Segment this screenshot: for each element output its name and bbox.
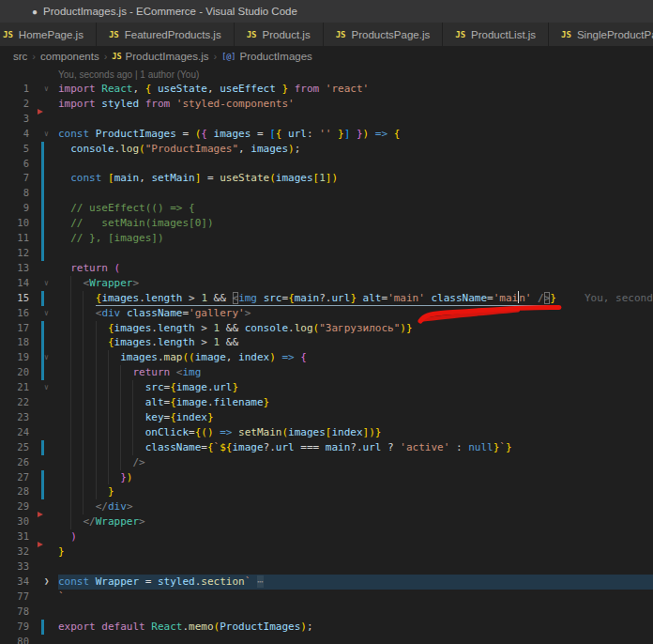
code-content[interactable]: src={image.url} <box>58 380 653 395</box>
code-line-24[interactable]: 24 onClick={() => setMain(images[index])… <box>0 425 653 440</box>
git-deleted-indicator[interactable] <box>38 512 43 517</box>
breadcrumb-item-productimages[interactable]: ›[@]ProductImages <box>208 51 311 62</box>
code-line-10[interactable]: 10 // setMain(images[0]) <box>0 216 653 231</box>
code-content[interactable]: }) <box>58 470 653 485</box>
code-line-3[interactable]: 3 <box>0 112 653 127</box>
fold-collapse-icon[interactable]: ∨ <box>44 127 49 142</box>
code-line-11[interactable]: 11 // }, [images]) <box>0 231 653 246</box>
git-modified-indicator[interactable] <box>41 157 44 172</box>
editor-tab-singleproductpage-js[interactable]: JSSingleProductPage.js <box>549 23 653 46</box>
code-content[interactable]: } <box>58 544 653 560</box>
code-content[interactable] <box>58 560 653 575</box>
code-content[interactable]: return <img <box>58 365 653 380</box>
git-modified-indicator[interactable] <box>41 321 44 336</box>
line-number[interactable]: 6 <box>0 157 38 172</box>
editor-tab-productspage-js[interactable]: JSProductsPage.js <box>324 23 444 46</box>
code-content[interactable]: import React, { useState, useEffect } fr… <box>58 82 653 97</box>
breadcrumb-item-src[interactable]: src <box>13 51 27 62</box>
line-number[interactable]: 27 <box>0 470 38 485</box>
editor-tab-featuredproducts-js[interactable]: JSFeaturedProducts.js <box>97 23 235 46</box>
line-number[interactable]: 22 <box>0 395 38 410</box>
code-content[interactable] <box>58 112 653 127</box>
git-modified-indicator[interactable] <box>41 186 44 201</box>
code-content[interactable]: key={index} <box>58 410 653 425</box>
code-line-31[interactable]: 31 ) <box>0 529 653 544</box>
editor-tab-productlist-js[interactable]: JSProductList.js <box>443 23 549 46</box>
git-modified-indicator[interactable] <box>41 246 44 261</box>
code-line-25[interactable]: 25 className={`${image?.url === main?.ur… <box>0 440 653 455</box>
line-number[interactable]: 80 <box>0 635 38 644</box>
fold-collapse-icon[interactable]: ∨ <box>44 350 49 365</box>
code-line-2[interactable]: 2import styled from 'styled-components' <box>0 97 653 112</box>
code-editor[interactable]: 1∨import React, { useState, useEffect } … <box>0 82 653 644</box>
code-content[interactable]: const Wrapper = styled.section` ⋯ <box>58 575 653 590</box>
code-content[interactable]: ` <box>58 590 653 605</box>
line-number[interactable]: 79 <box>0 620 38 635</box>
line-number[interactable]: 12 <box>0 246 38 261</box>
code-line-20[interactable]: 20 return <img <box>0 365 653 380</box>
code-line-12[interactable]: 12 <box>0 246 653 261</box>
line-number[interactable]: 21 <box>0 380 38 395</box>
line-number[interactable]: 77 <box>0 590 38 605</box>
code-line-15[interactable]: 15 {images.length > 1 && <img src={main?… <box>0 291 653 306</box>
line-number[interactable]: 10 <box>0 216 38 231</box>
line-number[interactable]: 2 <box>0 97 38 112</box>
breadcrumb-item-productimages-js[interactable]: ›JSProductImages.js <box>99 51 209 62</box>
code-content[interactable]: images.map((image, index) => { <box>58 350 653 365</box>
code-line-22[interactable]: 22 alt={image.filename} <box>0 395 653 410</box>
code-line-7[interactable]: 7 const [main, setMain] = useState(image… <box>0 171 653 186</box>
code-content[interactable]: </div> <box>58 499 653 514</box>
git-modified-indicator[interactable] <box>41 291 44 306</box>
line-number[interactable]: 11 <box>0 231 38 246</box>
code-line-33[interactable]: 33 <box>0 560 653 575</box>
fold-collapse-icon[interactable]: ∨ <box>44 306 49 321</box>
code-line-1[interactable]: 1∨import React, { useState, useEffect } … <box>0 82 653 97</box>
code-content[interactable]: import styled from 'styled-components' <box>58 97 653 112</box>
code-line-78[interactable]: 78 <box>0 605 653 620</box>
code-content[interactable]: const ProductImages = ({ images = [{ url… <box>58 127 653 142</box>
code-content[interactable]: onClick={() => setMain(images[index])} <box>58 425 653 440</box>
editor-tab-homepage-js[interactable]: JSHomePage.js <box>0 23 97 46</box>
line-number[interactable]: 16 <box>0 306 38 321</box>
line-number[interactable]: 17 <box>0 321 38 336</box>
line-number[interactable]: 15 <box>0 291 38 306</box>
line-number[interactable]: 19 <box>0 350 38 365</box>
code-line-4[interactable]: 4∨const ProductImages = ({ images = [{ u… <box>0 127 653 142</box>
git-modified-indicator[interactable] <box>41 484 44 499</box>
git-deleted-indicator[interactable] <box>38 109 43 115</box>
code-content[interactable]: export default React.memo(ProductImages)… <box>58 620 653 635</box>
code-line-28[interactable]: 28 } <box>0 484 653 499</box>
line-number[interactable]: 3 <box>0 112 38 127</box>
code-content[interactable] <box>58 186 653 201</box>
line-number[interactable]: 20 <box>0 365 38 380</box>
line-number[interactable]: 7 <box>0 171 38 186</box>
git-modified-indicator[interactable] <box>41 171 44 186</box>
code-content[interactable]: // useEffect(() => { <box>58 201 653 216</box>
line-number[interactable]: 14 <box>0 276 38 291</box>
code-line-19[interactable]: 19∨ images.map((image, index) => { <box>0 350 653 365</box>
git-modified-indicator[interactable] <box>41 216 44 231</box>
code-line-6[interactable]: 6 <box>0 157 653 172</box>
line-number[interactable]: 34 <box>0 575 38 590</box>
code-content[interactable] <box>58 246 653 261</box>
line-number[interactable]: 26 <box>0 455 38 470</box>
code-content[interactable]: ) <box>58 529 653 544</box>
code-line-9[interactable]: 9 // useEffect(() => { <box>0 201 653 216</box>
git-modified-indicator[interactable] <box>41 365 44 380</box>
git-deleted-indicator[interactable] <box>38 542 43 547</box>
line-number[interactable]: 32 <box>0 544 38 560</box>
code-content[interactable]: <Wrapper> <box>58 276 653 291</box>
fold-collapse-icon[interactable]: ∨ <box>44 82 49 97</box>
code-content[interactable]: className={`${image?.url === main?.url ?… <box>58 440 653 455</box>
code-content[interactable]: // }, [images]) <box>58 231 653 246</box>
code-line-80[interactable]: 80 <box>0 635 653 644</box>
fold-collapse-icon[interactable]: ∨ <box>44 276 49 291</box>
line-number[interactable]: 1 <box>0 82 38 97</box>
editor-tab-product-js[interactable]: JSProduct.js <box>235 23 324 46</box>
code-line-14[interactable]: 14∨ <Wrapper> <box>0 276 653 291</box>
code-line-34[interactable]: 34❯const Wrapper = styled.section` ⋯ <box>0 575 653 590</box>
code-content[interactable]: alt={image.filename} <box>58 395 653 410</box>
line-number[interactable]: 4 <box>0 127 38 142</box>
git-modified-indicator[interactable] <box>41 201 44 216</box>
line-number[interactable]: 78 <box>0 605 38 620</box>
